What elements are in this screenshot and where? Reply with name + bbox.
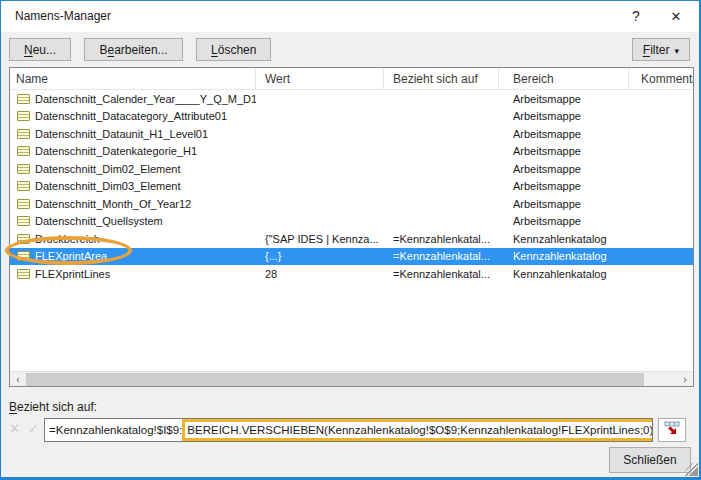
header-wert[interactable]: Wert [256, 68, 384, 89]
bezieht-cell [384, 143, 499, 161]
table-row[interactable]: Datenschnitt_QuellsystemArbeitsmappe [10, 213, 693, 231]
title-bar: Namens-Manager ? ✕ [1, 1, 699, 32]
bereich-cell: Arbeitsmappe [499, 213, 629, 231]
kommentar-cell [629, 248, 693, 266]
wert-cell: {"SAP IDES | Kennza... [256, 230, 384, 248]
defined-name-icon [17, 216, 30, 226]
defined-name-icon [17, 234, 30, 244]
close-icon[interactable]: ✕ [659, 1, 693, 31]
filter-button-label-rest: ilter [650, 43, 669, 57]
kommentar-cell [629, 178, 693, 196]
bezieht-cell [384, 160, 499, 178]
name-cell: Datenschnitt_Calender_Year____Y_Q_M_D1 [10, 90, 256, 108]
defined-name-icon [17, 146, 30, 156]
name-label: Datenschnitt_Dim03_Element [35, 180, 181, 192]
filter-button[interactable]: Filter▾ [632, 38, 690, 61]
refers-to-input[interactable]: =Kennzahlenkatalog!$I$9:BEREICH.VERSCHIE… [44, 418, 653, 442]
bezieht-cell: =Kennzahlenkatal... [384, 265, 499, 283]
bezieht-cell [384, 90, 499, 108]
wert-cell [256, 178, 384, 196]
header-bereich[interactable]: Bereich [499, 68, 629, 89]
names-list: Name Wert Bezieht sich auf Bereich Komme… [9, 67, 694, 387]
bereich-cell: Kennzahlenkatalog [499, 230, 629, 248]
name-label: Datenschnitt_Calender_Year____Y_Q_M_D1 [35, 93, 256, 105]
name-cell: Druckbereich [10, 230, 256, 248]
bereich-cell: Arbeitsmappe [499, 160, 629, 178]
bereich-cell: Arbeitsmappe [499, 125, 629, 143]
table-row[interactable]: Datenschnitt_Dataunit_H1_Level01Arbeitsm… [10, 125, 693, 143]
list-header: Name Wert Bezieht sich auf Bereich Komme… [10, 68, 693, 90]
scrollbar-thumb[interactable] [26, 373, 644, 386]
resize-grip[interactable] [685, 463, 698, 476]
header-bezieht-sich-auf[interactable]: Bezieht sich auf [384, 68, 499, 89]
edit-button-label: B [99, 43, 107, 57]
name-label: FLEXprintLines [35, 268, 110, 280]
kommentar-cell [629, 125, 693, 143]
kommentar-cell [629, 160, 693, 178]
defined-name-icon [17, 164, 30, 174]
scroll-left-icon[interactable]: ‹ [10, 372, 26, 387]
name-manager-dialog: Namens-Manager ? ✕ Neu... Bearbeiten... … [0, 0, 701, 480]
collapse-dialog-button[interactable] [658, 418, 686, 442]
bereich-cell: Arbeitsmappe [499, 108, 629, 126]
name-label: Datenschnitt_Month_Of_Year12 [35, 198, 191, 210]
bezieht-cell [384, 213, 499, 231]
defined-name-icon [17, 129, 30, 139]
bezieht-cell: =Kennzahlenkatal... [384, 248, 499, 266]
bezieht-cell [384, 178, 499, 196]
table-row[interactable]: Datenschnitt_Datenkategorie_H1Arbeitsmap… [10, 143, 693, 161]
scrollbar-track[interactable] [26, 372, 677, 387]
bereich-cell: Arbeitsmappe [499, 90, 629, 108]
wert-cell [256, 143, 384, 161]
defined-name-icon [17, 199, 30, 209]
refers-to-label: Bezieht sich auf: [9, 400, 97, 414]
wert-cell: 28 [256, 265, 384, 283]
edit-button-label-rest: arbeiten... [114, 43, 167, 57]
help-icon[interactable]: ? [619, 1, 653, 31]
kommentar-cell [629, 230, 693, 248]
table-row[interactable]: Datenschnitt_Datacategory_Attribute01Arb… [10, 108, 693, 126]
kommentar-cell [629, 108, 693, 126]
table-row[interactable]: Datenschnitt_Dim02_ElementArbeitsmappe [10, 160, 693, 178]
header-kommentar[interactable]: Kommentar [629, 68, 693, 89]
table-row[interactable]: FLEXprintArea{...}=Kennzahlenkatal...Ken… [10, 248, 693, 266]
table-row[interactable]: FLEXprintLines28=Kennzahlenkatal...Kennz… [10, 265, 693, 283]
name-cell: Datenschnitt_Datenkategorie_H1 [10, 143, 256, 161]
name-label: Datenschnitt_Datenkategorie_H1 [35, 145, 197, 157]
wert-cell [256, 90, 384, 108]
cancel-icon[interactable]: ✕ [9, 421, 20, 436]
table-row[interactable]: Datenschnitt_Calender_Year____Y_Q_M_D1Ar… [10, 90, 693, 108]
bezieht-cell [384, 125, 499, 143]
formula-highlight-box: BEREICH.VERSCHIEBEN(Kennzahlenkatalog!$O… [182, 419, 653, 441]
bereich-cell: Arbeitsmappe [499, 143, 629, 161]
name-cell: Datenschnitt_Quellsystem [10, 213, 256, 231]
table-row[interactable]: Datenschnitt_Month_Of_Year12Arbeitsmappe [10, 195, 693, 213]
dropdown-arrow-icon: ▾ [674, 46, 679, 56]
bereich-cell: Kennzahlenkatalog [499, 248, 629, 266]
defined-name-icon [17, 94, 30, 104]
bereich-cell: Arbeitsmappe [499, 178, 629, 196]
new-button[interactable]: Neu... [9, 38, 71, 61]
name-label: FLEXprintArea [35, 250, 107, 262]
defined-name-icon [17, 111, 30, 121]
name-label: Datenschnitt_Dataunit_H1_Level01 [35, 128, 208, 140]
delete-button[interactable]: Löschen [196, 38, 271, 61]
bereich-cell: Arbeitsmappe [499, 195, 629, 213]
edit-button[interactable]: Bearbeiten... [84, 38, 182, 61]
defined-name-icon [17, 181, 30, 191]
close-dialog-button[interactable]: Schließen [609, 447, 691, 473]
table-row[interactable]: Druckbereich{"SAP IDES | Kennza...=Kennz… [10, 230, 693, 248]
wert-cell: {...} [256, 248, 384, 266]
wert-cell [256, 213, 384, 231]
horizontal-scrollbar[interactable]: ‹ › [10, 371, 693, 386]
header-name[interactable]: Name [10, 68, 256, 89]
name-cell: Datenschnitt_Dataunit_H1_Level01 [10, 125, 256, 143]
defined-name-icon [17, 269, 30, 279]
confirm-icon[interactable]: ✓ [28, 421, 39, 436]
scroll-right-icon[interactable]: › [677, 372, 693, 387]
table-row[interactable]: Datenschnitt_Dim03_ElementArbeitsmappe [10, 178, 693, 196]
bezieht-cell [384, 195, 499, 213]
name-label: Datenschnitt_Datacategory_Attribute01 [35, 110, 227, 122]
name-cell: Datenschnitt_Dim03_Element [10, 178, 256, 196]
name-cell: Datenschnitt_Dim02_Element [10, 160, 256, 178]
